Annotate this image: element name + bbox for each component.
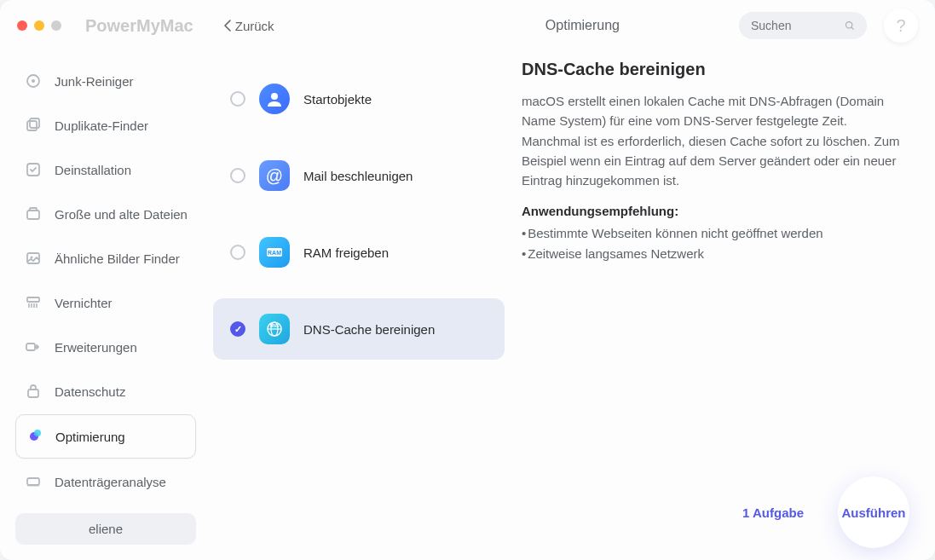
svg-rect-16 <box>26 344 35 350</box>
search-box[interactable] <box>739 12 867 39</box>
svg-rect-17 <box>28 390 38 397</box>
dup-icon <box>24 116 43 135</box>
window-controls[interactable] <box>17 20 61 31</box>
sidebar-item-label: Junk-Reiniger <box>55 74 134 89</box>
search-input[interactable] <box>751 19 838 32</box>
sidebar-item-ext[interactable]: Erweiterungen <box>15 326 196 368</box>
search-icon <box>845 20 855 32</box>
svg-point-22 <box>271 93 278 100</box>
task-count: 1 Aufgabe <box>742 505 804 520</box>
help-button[interactable]: ? <box>884 9 918 43</box>
page-title: Optimierung <box>545 18 620 33</box>
detail-body: macOS erstellt einen lokalen Cache mit D… <box>522 91 909 190</box>
svg-point-19 <box>34 430 41 436</box>
app-title: PowerMyMac <box>85 16 193 36</box>
svg-rect-20 <box>27 478 39 485</box>
sidebar-item-junk[interactable]: Junk-Reiniger <box>15 60 196 102</box>
sidebar-item-uninstall[interactable]: Deinstallation <box>15 148 196 191</box>
recommend-item: Bestimmte Webseiten können nicht geöffne… <box>522 223 909 244</box>
sidebar-item-label: Duplikate-Finder <box>55 118 148 133</box>
option-label: Startobjekte <box>303 92 372 107</box>
recommend-title: Anwendungsempfehlung: <box>522 204 909 218</box>
option-dns[interactable]: DNS DNS-Cache bereinigen <box>213 298 505 360</box>
sidebar-item-label: Datenträgeranalyse <box>55 475 166 489</box>
zoom-icon[interactable] <box>51 20 61 31</box>
svg-line-1 <box>851 27 853 29</box>
ram-icon: RAM <box>259 237 290 268</box>
svg-rect-5 <box>30 118 39 128</box>
recommend-item: Zeitweise langsames Netzwerk <box>522 244 909 264</box>
detail-title: DNS-Cache bereinigen <box>522 60 909 79</box>
recommend-list: Bestimmte Webseiten können nicht geöffne… <box>522 223 909 264</box>
option-label: RAM freigeben <box>303 245 389 260</box>
sidebar-item-similar[interactable]: Ähnliche Bilder Finder <box>15 237 196 280</box>
option-label: Mail beschleunigen <box>303 169 413 183</box>
option-radio-start[interactable] <box>230 91 245 107</box>
option-ram[interactable]: RAM RAM freigeben <box>213 222 505 283</box>
sidebar-item-shred[interactable]: Vernichter <box>15 281 196 324</box>
option-radio-mail[interactable] <box>230 168 245 183</box>
user-chip[interactable]: eliene <box>15 513 196 545</box>
sidebar-item-large[interactable]: Große und alte Dateien <box>15 193 196 235</box>
svg-text:DNS: DNS <box>270 323 280 328</box>
option-label: DNS-Cache bereinigen <box>303 322 435 337</box>
svg-rect-7 <box>27 211 39 219</box>
sidebar-item-label: Ähnliche Bilder Finder <box>55 251 180 266</box>
svg-rect-4 <box>27 121 37 130</box>
large-icon <box>24 205 43 223</box>
option-radio-ram[interactable] <box>230 245 245 260</box>
sidebar-item-label: Optimierung <box>55 430 125 444</box>
sidebar-item-label: Datenschutz <box>55 384 125 399</box>
option-mail[interactable]: @ Mail beschleunigen <box>213 145 505 206</box>
sidebar-item-disk[interactable]: Datenträgeranalyse <box>15 460 196 503</box>
disk-icon <box>24 472 43 491</box>
uninstall-icon <box>24 160 43 179</box>
sidebar-item-label: Deinstallation <box>55 163 131 177</box>
run-button[interactable]: Ausführen <box>838 476 909 548</box>
chevron-left-icon <box>223 20 232 32</box>
sidebar-item-label: Erweiterungen <box>55 340 137 355</box>
start-icon <box>259 84 290 114</box>
back-label: Zurück <box>235 19 274 33</box>
back-button[interactable]: Zurück <box>223 19 274 33</box>
svg-rect-11 <box>27 297 39 302</box>
option-radio-dns[interactable] <box>230 321 245 337</box>
close-icon[interactable] <box>17 20 27 31</box>
minimize-icon[interactable] <box>34 20 44 31</box>
sidebar-item-label: Vernichter <box>55 296 113 310</box>
svg-rect-21 <box>27 485 39 487</box>
sidebar-item-privacy[interactable]: Datenschutz <box>15 370 196 413</box>
mail-icon: @ <box>259 160 290 191</box>
sidebar-item-dup[interactable]: Duplikate-Finder <box>15 104 196 147</box>
opt-icon <box>25 427 43 446</box>
sidebar-item-label: Große und alte Dateien <box>55 207 188 222</box>
dns-icon: DNS <box>259 314 290 344</box>
svg-text:RAM: RAM <box>268 250 281 256</box>
option-start[interactable]: Startobjekte <box>213 68 505 130</box>
svg-point-3 <box>32 79 35 83</box>
ext-icon <box>24 338 43 356</box>
svg-rect-8 <box>30 208 37 211</box>
sidebar-item-opt[interactable]: Optimierung <box>15 414 196 459</box>
junk-icon <box>24 72 43 90</box>
privacy-icon <box>24 382 43 401</box>
similar-icon <box>24 249 43 268</box>
shred-icon <box>24 293 43 312</box>
